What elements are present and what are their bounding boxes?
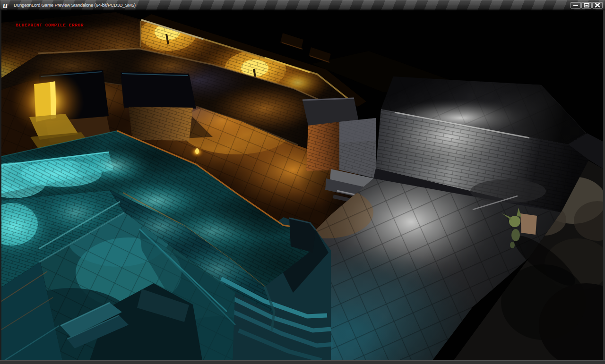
svg-text:u: u [3, 0, 8, 10]
svg-text:·: · [8, 1, 9, 6]
